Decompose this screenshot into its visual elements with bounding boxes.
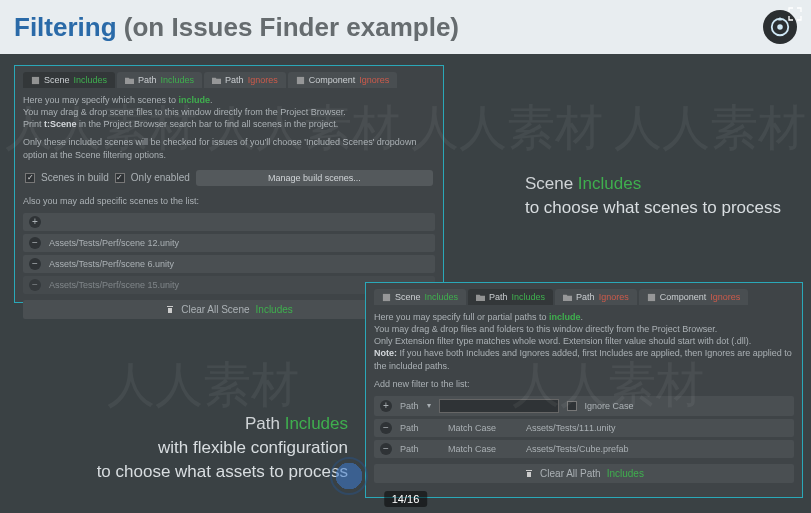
clear-icon — [524, 468, 534, 478]
slide-header: Filtering (on Issues Finder example) — [0, 0, 811, 54]
ignore-case-label: Ignore Case — [585, 401, 634, 411]
path-hint: Here you may specify full or partial pat… — [374, 311, 794, 372]
scene-caption: Scene Includes to choose what scenes to … — [525, 172, 781, 220]
path-value-input[interactable] — [439, 399, 559, 413]
path-list-item: − Path Match Case Assets/Tests/Cube.pref… — [374, 440, 794, 458]
path-includes-panel: Scene Includes Path Includes Path Ignore… — [365, 282, 803, 498]
scene-includes-panel: Scene Includes Path Includes Path Ignore… — [14, 65, 444, 303]
remove-item-button[interactable]: − — [380, 422, 392, 434]
folder-icon — [563, 293, 572, 302]
tab-scene-includes[interactable]: Scene Includes — [23, 72, 115, 88]
folder-icon — [476, 293, 485, 302]
svg-rect-4 — [383, 293, 390, 300]
ignore-case-checkbox[interactable] — [567, 401, 577, 411]
path-list-item: − Path Match Case Assets/Tests/111.unity — [374, 419, 794, 437]
svg-rect-5 — [648, 293, 655, 300]
component-icon — [647, 293, 656, 302]
scene-list-item: − Assets/Tests/Perf/scene 6.unity — [23, 255, 435, 273]
fullscreen-icon[interactable] — [785, 4, 805, 24]
also-add-label: Also you may add specific scenes to the … — [23, 195, 435, 207]
remove-item-button[interactable]: − — [29, 279, 41, 291]
header-title-a: Filtering — [14, 12, 117, 42]
scene-hint: Here you may specify which scenes to inc… — [23, 94, 435, 130]
tab-component-ignores[interactable]: Component Ignores — [639, 289, 749, 305]
manage-build-scenes-button[interactable]: Manage build scenes... — [196, 170, 433, 186]
remove-item-button[interactable]: − — [380, 443, 392, 455]
folder-icon — [212, 76, 221, 85]
add-path-button[interactable]: + — [380, 400, 392, 412]
tab-scene-includes[interactable]: Scene Includes — [374, 289, 466, 305]
only-enabled-checkbox[interactable]: ✓ — [115, 173, 125, 183]
scenes-in-build-label: Scenes in build — [41, 172, 109, 183]
scene-list-item: − Assets/Tests/Perf/scene 12.unity — [23, 234, 435, 252]
page-indicator: 14/16 — [384, 491, 428, 507]
dropdown-icon[interactable]: ▾ — [427, 401, 431, 410]
path-add-row: + Path ▾ Ignore Case — [374, 396, 794, 416]
clear-icon — [165, 304, 175, 314]
only-enabled-label: Only enabled — [131, 172, 190, 183]
remove-item-button[interactable]: − — [29, 237, 41, 249]
path-tabs: Scene Includes Path Includes Path Ignore… — [374, 289, 794, 305]
svg-rect-2 — [32, 76, 39, 83]
clear-all-path-button[interactable]: Clear All Path Includes — [374, 464, 794, 483]
watermark-logo-icon — [330, 457, 368, 495]
svg-point-1 — [777, 24, 783, 30]
svg-rect-3 — [297, 76, 304, 83]
scene-hint-2: Only these included scenes will be check… — [23, 136, 435, 160]
folder-icon — [125, 76, 134, 85]
path-type-label: Path — [400, 401, 419, 411]
tab-path-includes[interactable]: Path Includes — [117, 72, 202, 88]
tab-path-ignores[interactable]: Path Ignores — [555, 289, 637, 305]
header-title-b: (on Issues Finder example) — [124, 12, 459, 42]
component-icon — [296, 76, 305, 85]
scenes-in-build-checkbox[interactable]: ✓ — [25, 173, 35, 183]
add-scene-button[interactable]: + — [29, 216, 41, 228]
scene-add-row: + — [23, 213, 435, 231]
tab-path-ignores[interactable]: Path Ignores — [204, 72, 286, 88]
path-caption: Path Includes with flexible configuratio… — [28, 412, 348, 483]
scene-tabs: Scene Includes Path Includes Path Ignore… — [23, 72, 435, 88]
tab-path-includes[interactable]: Path Includes — [468, 289, 553, 305]
add-filter-label: Add new filter to the list: — [374, 378, 794, 390]
tab-component-ignores[interactable]: Component Ignores — [288, 72, 398, 88]
remove-item-button[interactable]: − — [29, 258, 41, 270]
cube-icon — [31, 76, 40, 85]
cube-icon — [382, 293, 391, 302]
